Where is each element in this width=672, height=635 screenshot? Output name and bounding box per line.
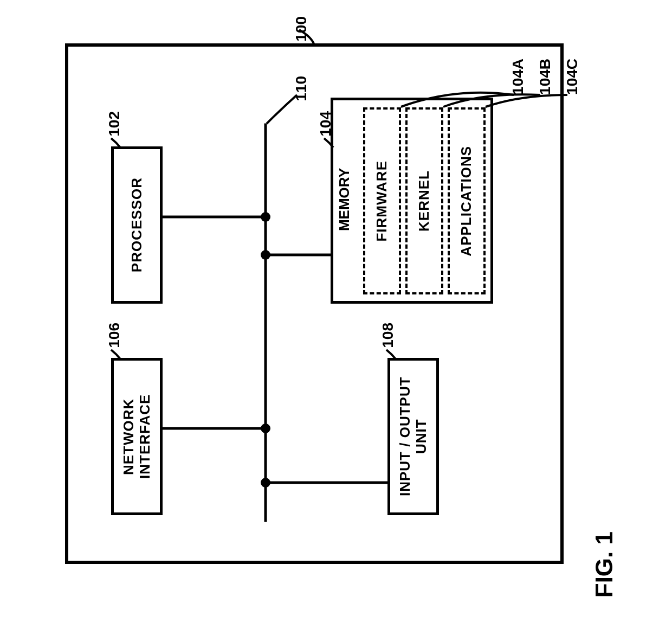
ref-108: 108	[379, 323, 397, 348]
network-interface-label: NETWORK INTERFACE	[121, 361, 153, 512]
figure-1: PROCESSOR NETWORK INTERFACE MEMORY FIRMW…	[0, 0, 672, 635]
kernel-label: KERNEL	[416, 170, 432, 232]
firmware-label: FIRMWARE	[374, 161, 390, 242]
ref-106: 106	[106, 323, 123, 348]
io-unit-block: INPUT / OUTPUT UNIT	[387, 358, 439, 515]
figure-caption: FIG. 1	[591, 531, 618, 598]
memory-title: MEMORY	[336, 168, 353, 231]
ref-110: 110	[293, 76, 310, 101]
ref-104C: 104C	[564, 59, 581, 95]
processor-block: PROCESSOR	[111, 146, 163, 304]
processor-label: PROCESSOR	[129, 177, 145, 272]
applications-label: APPLICATIONS	[458, 146, 475, 256]
ref-104B: 104B	[537, 59, 554, 95]
kernel-block: KERNEL	[405, 107, 443, 294]
ref-104A: 104A	[509, 59, 527, 95]
ref-102: 102	[106, 111, 123, 137]
ref-100: 100	[293, 16, 310, 42]
network-interface-block: NETWORK INTERFACE	[111, 358, 163, 515]
ref-104: 104	[317, 111, 334, 137]
applications-block: APPLICATIONS	[448, 107, 486, 294]
io-unit-label: INPUT / OUTPUT UNIT	[397, 361, 430, 512]
firmware-block: FIRMWARE	[363, 107, 401, 294]
